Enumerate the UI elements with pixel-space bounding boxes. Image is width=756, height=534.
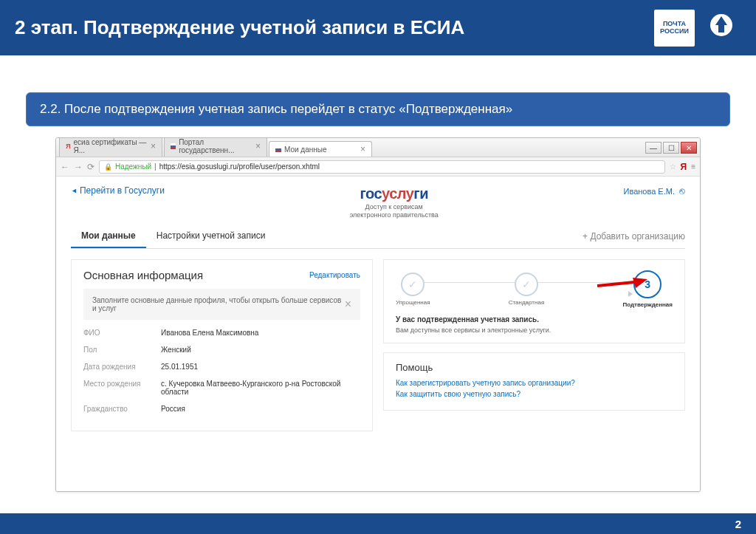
svg-marker-2	[633, 278, 647, 288]
step-standard: ✓ Стандартная	[509, 273, 544, 306]
page-number: 2	[735, 518, 741, 530]
browser-tab[interactable]: Я есиа сертификаты — Я... ×	[59, 137, 162, 157]
page-body: Перейти в Госуслуги госуслуги Доступ к с…	[56, 177, 700, 491]
field-label: Дата рождения	[83, 363, 161, 371]
nav-back-icon[interactable]: ←	[61, 162, 69, 172]
tab-account-settings[interactable]: Настройки учетной записи	[146, 225, 276, 248]
step-label: Упрощенная	[396, 299, 430, 306]
eagle-logo	[701, 10, 741, 47]
basic-info-panel: Основная информация Редактировать Заполн…	[71, 259, 373, 431]
status-sub: Вам доступны все сервисы и электронные у…	[396, 326, 673, 334]
annotation-arrow	[596, 278, 647, 294]
status-headline: У вас подтвержденная учетная запись.	[396, 315, 673, 324]
field-value: 25.01.1951	[161, 363, 360, 371]
step-label: Подтвержденная	[622, 301, 673, 308]
tab-favicon	[275, 146, 281, 152]
help-title: Помощь	[396, 362, 673, 373]
back-to-gosuslugi-link[interactable]: Перейти в Госуслуги	[71, 185, 165, 196]
check-icon: ✓	[401, 273, 425, 296]
brand-part: гос	[360, 185, 382, 202]
eagle-icon	[708, 12, 735, 44]
add-organization-link[interactable]: + Добавить организацию	[583, 225, 685, 248]
tab-title: есиа сертификаты — Я...	[74, 138, 148, 154]
field-label: Место рождения	[83, 380, 161, 396]
tab-title: Портал государственн...	[179, 138, 252, 154]
pochta-logo: ПОЧТА РОССИИ	[654, 10, 695, 47]
browser-tab-bar: Я есиа сертификаты — Я... × Портал госуд…	[56, 138, 700, 157]
site-brand: госуслуги Доступ к сервисам электронного…	[350, 185, 439, 219]
back-link-text: Перейти в Госуслуги	[80, 185, 165, 196]
url-text: https://esia.gosuslugi.ru/profile/user/p…	[159, 162, 320, 171]
caption-box: 2.2. После подтверждения учетная запись …	[26, 92, 730, 126]
minimize-button[interactable]: —	[645, 142, 662, 154]
edit-link[interactable]: Редактировать	[309, 271, 360, 279]
step-label: Стандартная	[509, 299, 544, 306]
field-value: Россия	[161, 405, 360, 413]
field-value: Женский	[161, 346, 360, 354]
check-icon: ✓	[515, 273, 538, 296]
field-value: Иванова Елена Максимовна	[161, 329, 360, 337]
close-icon[interactable]: ×	[345, 298, 351, 311]
step-simplified: ✓ Упрощенная	[396, 273, 430, 306]
field-value: с. Кучеровка Матвеево-Курганского р-на Р…	[161, 380, 360, 396]
browser-tab[interactable]: Портал государственн... ×	[164, 137, 267, 157]
field-pob: Место рождения с. Кучеровка Матвеево-Кур…	[83, 380, 360, 396]
field-fio: ФИО Иванова Елена Максимовна	[83, 329, 360, 337]
user-menu[interactable]: Иванова Е.М. ⎋	[624, 185, 685, 196]
help-link-protect[interactable]: Как защитить свою учетную запись?	[396, 390, 673, 398]
tab-my-data[interactable]: Мои данные	[71, 225, 146, 248]
field-citizenship: Гражданство Россия	[83, 405, 360, 413]
field-label: Пол	[83, 346, 161, 354]
secure-label: Надежный	[115, 162, 151, 171]
yandex-icon[interactable]: Я	[681, 162, 687, 172]
brand-part: ги	[413, 185, 428, 202]
close-icon[interactable]: ×	[255, 141, 261, 151]
menu-icon[interactable]: ≡	[691, 162, 695, 171]
browser-frame: Я есиа сертификаты — Я... × Портал госуд…	[55, 137, 701, 492]
nav-forward-icon[interactable]: →	[74, 162, 83, 172]
url-field[interactable]: 🔒 Надежный | https://esia.gosuslugi.ru/p…	[99, 160, 665, 174]
star-icon[interactable]: ☆	[670, 162, 676, 171]
field-dob: Дата рождения 25.01.1951	[83, 363, 360, 371]
tab-favicon: Я	[66, 143, 71, 150]
logout-icon[interactable]: ⎋	[679, 185, 685, 196]
close-icon[interactable]: ×	[360, 144, 365, 154]
lock-icon: 🔒	[104, 163, 112, 171]
tab-title: Мои данные	[284, 146, 327, 154]
browser-tab-active[interactable]: Мои данные ×	[269, 141, 372, 157]
brand-sub: Доступ к сервисам	[350, 203, 439, 210]
page-tabs: Мои данные Настройки учетной записи + До…	[71, 225, 685, 249]
field-label: ФИО	[83, 329, 161, 337]
svg-line-1	[597, 282, 634, 286]
nav-reload-icon[interactable]: ⟳	[87, 162, 94, 172]
slide-header: 2 этап. Подтверждение учетной записи в Е…	[0, 0, 756, 55]
field-label: Гражданство	[83, 405, 161, 413]
notice-text: Заполните основные данные профиля, чтобы…	[92, 296, 345, 312]
slide-footer: 2	[0, 513, 756, 534]
help-link-org[interactable]: Как зарегистрировать учетную запись орга…	[396, 379, 673, 387]
address-bar: ← → ⟳ 🔒 Надежный | https://esia.gosuslug…	[56, 157, 700, 177]
close-window-button[interactable]: ✕	[681, 142, 697, 154]
brand-part: услу	[382, 185, 413, 202]
field-gender: Пол Женский	[83, 346, 360, 354]
panel-title: Основная информация	[83, 269, 203, 281]
slide-title: 2 этап. Подтверждение учетной записи в Е…	[15, 16, 464, 39]
window-controls: — ☐ ✕	[645, 142, 697, 154]
profile-notice: Заполните основные данные профиля, чтобы…	[83, 289, 360, 320]
help-panel: Помощь Как зарегистрировать учетную запи…	[383, 352, 685, 411]
brand-sub: электронного правительства	[350, 211, 439, 219]
close-icon[interactable]: ×	[151, 141, 156, 151]
maximize-button[interactable]: ☐	[663, 142, 679, 154]
account-status-panel: ✓ Упрощенная ✓ Стандартная 3 Подтвержден…	[383, 259, 685, 343]
tab-favicon	[171, 143, 176, 149]
user-name: Иванова Е.М.	[624, 187, 675, 196]
header-logos: ПОЧТА РОССИИ	[654, 10, 741, 47]
